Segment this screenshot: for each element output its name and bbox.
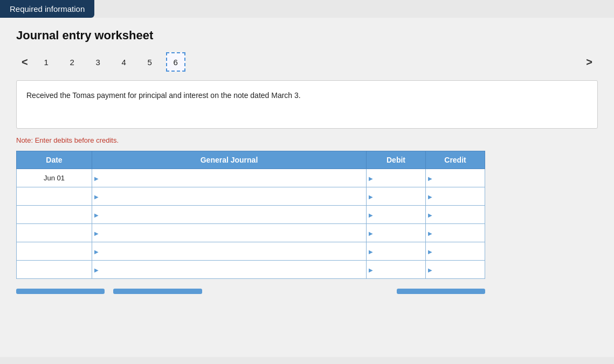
journal-table: Date General Journal Debit Credit Jun 01 bbox=[16, 151, 485, 279]
bottom-btn-1[interactable] bbox=[16, 289, 105, 294]
date-cell-2 bbox=[17, 187, 92, 206]
debit-cell-3[interactable] bbox=[367, 206, 426, 224]
table-row bbox=[17, 242, 485, 261]
col-debit: Debit bbox=[367, 151, 426, 169]
credit-cell-1[interactable] bbox=[426, 169, 485, 187]
journal-cell-1[interactable] bbox=[92, 169, 367, 187]
credit-cell-2[interactable] bbox=[426, 187, 485, 206]
page-3[interactable]: 3 bbox=[88, 52, 108, 72]
debit-input-1[interactable] bbox=[367, 169, 425, 187]
next-page-button[interactable]: > bbox=[581, 55, 598, 69]
journal-cell-2[interactable] bbox=[92, 187, 367, 206]
credit-cell-3[interactable] bbox=[426, 206, 485, 224]
table-row bbox=[17, 261, 485, 279]
page-2[interactable]: 2 bbox=[63, 52, 82, 72]
debit-input-4[interactable] bbox=[367, 224, 425, 242]
date-cell-3 bbox=[17, 206, 92, 224]
description-box: Received the Tomas payment for principal… bbox=[16, 80, 598, 129]
page-4[interactable]: 4 bbox=[114, 52, 134, 72]
col-journal: General Journal bbox=[92, 151, 367, 169]
bottom-btn-3[interactable] bbox=[397, 289, 485, 294]
prev-page-button[interactable]: < bbox=[16, 55, 33, 69]
table-row: Jun 01 bbox=[17, 169, 485, 187]
date-cell-6 bbox=[17, 261, 92, 279]
debit-cell-5[interactable] bbox=[367, 242, 426, 261]
bottom-bar bbox=[16, 289, 485, 294]
debit-cell-6[interactable] bbox=[367, 261, 426, 279]
note-text: Note: Enter debits before credits. bbox=[16, 136, 598, 144]
credit-input-1[interactable] bbox=[426, 169, 485, 187]
journal-cell-6[interactable] bbox=[92, 261, 367, 279]
credit-input-4[interactable] bbox=[426, 224, 485, 242]
table-row bbox=[17, 224, 485, 242]
date-cell-1: Jun 01 bbox=[17, 169, 92, 187]
journal-input-6[interactable] bbox=[92, 261, 366, 278]
page-6[interactable]: 6 bbox=[166, 52, 185, 72]
pagination-row: < 1 2 3 4 5 6 > bbox=[16, 52, 598, 72]
date-cell-4 bbox=[17, 224, 92, 242]
journal-input-1[interactable] bbox=[92, 169, 366, 187]
credit-input-3[interactable] bbox=[426, 206, 485, 223]
debit-cell-2[interactable] bbox=[367, 187, 426, 206]
page-5[interactable]: 5 bbox=[140, 52, 160, 72]
worksheet-title: Journal entry worksheet bbox=[16, 29, 598, 43]
col-date: Date bbox=[17, 151, 92, 169]
credit-input-6[interactable] bbox=[426, 261, 485, 278]
journal-cell-5[interactable] bbox=[92, 242, 367, 261]
debit-cell-1[interactable] bbox=[367, 169, 426, 187]
col-credit: Credit bbox=[426, 151, 485, 169]
journal-cell-4[interactable] bbox=[92, 224, 367, 242]
journal-input-2[interactable] bbox=[92, 187, 366, 205]
required-banner: Required information bbox=[0, 0, 94, 18]
main-container: Journal entry worksheet < 1 2 3 4 5 6 > … bbox=[0, 18, 614, 357]
credit-cell-4[interactable] bbox=[426, 224, 485, 242]
page-1[interactable]: 1 bbox=[37, 52, 56, 72]
credit-input-2[interactable] bbox=[426, 187, 485, 205]
credit-cell-6[interactable] bbox=[426, 261, 485, 279]
journal-cell-3[interactable] bbox=[92, 206, 367, 224]
date-cell-5 bbox=[17, 242, 92, 261]
debit-input-6[interactable] bbox=[367, 261, 425, 278]
journal-input-4[interactable] bbox=[92, 224, 366, 242]
table-row bbox=[17, 187, 485, 206]
credit-cell-5[interactable] bbox=[426, 242, 485, 261]
journal-input-5[interactable] bbox=[92, 242, 366, 260]
bottom-btn-2[interactable] bbox=[113, 289, 202, 294]
journal-input-3[interactable] bbox=[92, 206, 366, 223]
table-row bbox=[17, 206, 485, 224]
credit-input-5[interactable] bbox=[426, 242, 485, 260]
debit-input-5[interactable] bbox=[367, 242, 425, 260]
debit-input-3[interactable] bbox=[367, 206, 425, 223]
debit-input-2[interactable] bbox=[367, 187, 425, 205]
debit-cell-4[interactable] bbox=[367, 224, 426, 242]
